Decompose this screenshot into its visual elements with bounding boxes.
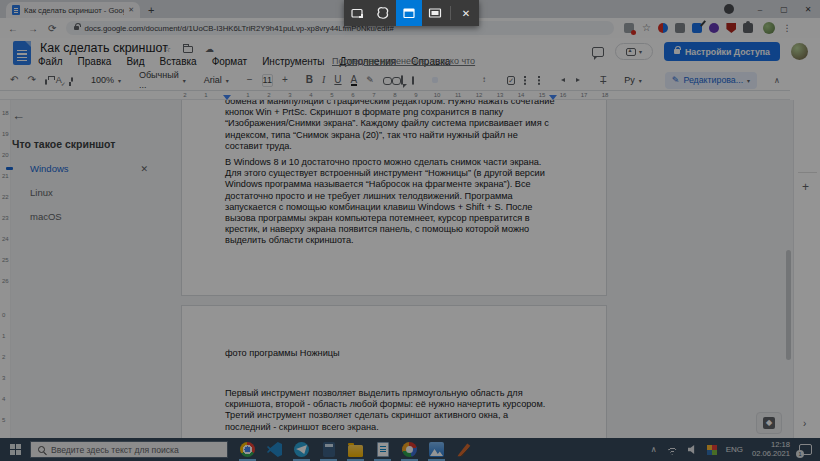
start-button[interactable] [0,438,30,461]
wifi-icon[interactable] [666,444,679,455]
menu-вставка[interactable]: Вставка [159,56,196,67]
rectangular-snip-button[interactable] [344,0,370,26]
account-avatar[interactable] [791,43,808,60]
add-comment-icon[interactable] [401,75,403,85]
ext-shield-icon[interactable] [726,23,736,33]
browser-profile-icon[interactable] [724,4,734,14]
editing-mode-button[interactable]: ✎ Редактирова... ▾ [665,72,757,89]
spellcheck-icon[interactable]: A [56,75,62,85]
tab-close-icon[interactable]: ✕ [128,6,134,14]
share-button[interactable]: Настройки Доступа [664,42,780,61]
reload-icon[interactable]: ⟳ [48,23,56,34]
language-indicator[interactable]: ENG [726,445,743,454]
freeform-snip-button[interactable] [370,0,396,26]
bold-icon[interactable]: B [306,74,313,86]
taskbar-app-photos[interactable] [423,438,450,461]
ruler-number: 2 [2,354,5,360]
document-title[interactable]: Как сделать скриншот [40,41,168,55]
taskbar-app-calculator[interactable] [315,438,342,461]
docs-logo-icon[interactable] [13,41,31,65]
taskbar-app-colorwheel[interactable] [396,438,423,461]
menu-инструменты[interactable]: Инструменты [262,56,324,67]
close-button[interactable]: ✕ [796,5,820,14]
font-dropdown[interactable]: Arial [204,75,229,85]
tray-app-icon[interactable] [707,445,717,455]
back-icon[interactable]: ← [8,23,18,34]
browser-tab[interactable]: Как сделать скриншот - Google ✕ [6,2,140,18]
last-edit-link[interactable]: Последнее изменение: только что [332,56,475,66]
underline-icon[interactable]: U [334,74,341,86]
menu-файл[interactable]: Файл [38,56,63,67]
ruler-number: 2 [267,92,270,98]
taskbar-app-writer[interactable] [369,438,396,461]
outline-item-windows[interactable]: Windows✕ [12,163,170,174]
paragraph[interactable]: Первый инструмент позволяет выделить пря… [225,388,555,433]
maximize-button[interactable]: ▢ [772,5,796,14]
browser-avatar[interactable] [763,22,775,34]
ext-picker-icon[interactable] [692,23,702,33]
ext-red-badge-icon[interactable] [624,23,634,33]
ext-puzzle-icon[interactable] [743,23,753,33]
star-icon[interactable]: ☆ [163,44,171,54]
paragraph[interactable]: фото программы Ножницы [225,348,555,359]
menu-правка[interactable]: Правка [78,56,112,67]
paint-format-icon[interactable] [71,77,73,82]
font-size-field[interactable]: 11 [262,74,273,87]
taskbar-app-chrome[interactable] [234,438,261,461]
notification-center-icon[interactable] [799,444,812,455]
input-tools-dropdown[interactable]: Ру [624,75,642,85]
minimize-button[interactable]: – [748,5,772,14]
snip-close-button[interactable]: ✕ [453,0,479,26]
back-arrow-icon[interactable]: ← [12,108,25,123]
outline-header[interactable]: Что такое скриншот [12,138,170,150]
forward-icon[interactable]: → [28,23,38,34]
outline-item-macos[interactable]: macOS [12,211,170,222]
explore-button[interactable]: ◆ [756,412,782,434]
font-size-increase-icon[interactable]: + [282,74,288,86]
window-snip-button[interactable] [396,0,422,26]
ext-purple-icon[interactable] [709,23,719,33]
bookmark-star-icon[interactable]: ☆ [641,23,651,33]
italic-icon[interactable]: I [322,74,325,86]
highlight-icon[interactable]: ✎ [366,75,374,85]
browser-menu-icon[interactable]: ⋮ [782,23,791,33]
align-left-icon[interactable] [432,77,438,83]
insert-image-icon[interactable] [412,76,414,85]
outline-item-linux[interactable]: Linux [12,187,170,198]
zoom-dropdown[interactable]: 100% [91,75,121,85]
fullscreen-snip-button[interactable] [422,0,448,26]
move-folder-icon[interactable] [183,46,193,53]
checklist-icon[interactable]: ✓ [507,76,515,85]
print-icon[interactable] [45,79,47,85]
taskbar-app-vscode[interactable] [261,438,288,461]
menu-формат[interactable]: Формат [212,56,248,67]
redo-icon[interactable]: ↷ [27,74,35,86]
add-addon-icon[interactable]: + [802,180,809,194]
address-bar[interactable]: docs.google.com/document/d/1UoCB-I3HK6LT… [66,21,614,35]
menu-вид[interactable]: Вид [126,56,144,67]
ext-gray-icon[interactable] [675,23,685,33]
paragraph-style-dropdown[interactable]: Обычный ... [139,70,186,90]
undo-icon[interactable]: ↶ [10,74,18,86]
font-size-decrease-icon[interactable]: − [247,74,253,86]
paragraph[interactable]: В Windows 8 и 10 достаточно просто можно… [225,157,555,247]
chevron-right-icon[interactable]: › [803,418,806,429]
scrollbar-thumb[interactable] [786,250,791,360]
clear-formatting-icon[interactable]: T [600,75,606,86]
paragraph[interactable]: обмена и манипуляции с графическим редак… [225,100,555,152]
speaker-icon[interactable] [688,445,698,455]
present-button[interactable]: ▾ [615,43,653,60]
taskbar-app-paint[interactable] [450,438,477,461]
comment-history-icon[interactable] [592,47,604,57]
taskbar-app-telegram[interactable] [288,438,315,461]
tray-expand-icon[interactable]: ∧ [651,445,657,454]
collapse-toolbar-icon[interactable]: ∧ [774,76,780,85]
close-icon[interactable]: ✕ [140,164,148,174]
taskbar-app-explorer[interactable] [342,438,369,461]
text-color-icon[interactable]: A [351,75,358,86]
taskbar-search-input[interactable]: Введите здесь текст для поиска [30,441,228,458]
ext-round-icon[interactable] [658,23,668,33]
new-tab-button[interactable]: + [148,2,154,18]
clock[interactable]: 12:18 02.06.2021 [752,441,790,458]
horizontal-ruler: 12123456789101112131415161718 [0,91,790,100]
